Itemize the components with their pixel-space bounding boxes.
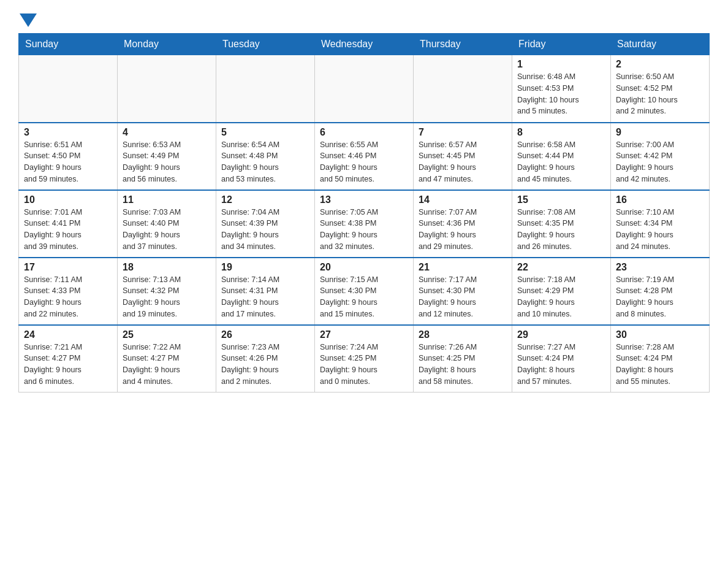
day-number: 11 — [123, 194, 211, 205]
day-info: Sunrise: 7:04 AM Sunset: 4:39 PM Dayligh… — [221, 207, 309, 253]
week-row-2: 3Sunrise: 6:51 AM Sunset: 4:50 PM Daylig… — [19, 123, 710, 190]
calendar-cell: 19Sunrise: 7:14 AM Sunset: 4:31 PM Dayli… — [216, 258, 315, 325]
day-info: Sunrise: 7:26 AM Sunset: 4:25 PM Dayligh… — [419, 342, 507, 388]
day-info: Sunrise: 7:17 AM Sunset: 4:30 PM Dayligh… — [419, 274, 507, 320]
day-info: Sunrise: 7:00 AM Sunset: 4:42 PM Dayligh… — [616, 139, 704, 185]
day-info: Sunrise: 7:07 AM Sunset: 4:36 PM Dayligh… — [419, 207, 507, 253]
day-info: Sunrise: 7:10 AM Sunset: 4:34 PM Dayligh… — [616, 207, 704, 253]
day-number: 5 — [221, 127, 309, 138]
header-tuesday: Tuesday — [216, 34, 315, 55]
day-info: Sunrise: 7:18 AM Sunset: 4:29 PM Dayligh… — [517, 274, 605, 320]
day-number: 18 — [123, 262, 211, 273]
day-number: 1 — [517, 59, 605, 70]
calendar-cell: 12Sunrise: 7:04 AM Sunset: 4:39 PM Dayli… — [216, 190, 315, 258]
calendar-cell — [414, 55, 512, 123]
day-number: 14 — [419, 194, 507, 205]
day-number: 9 — [616, 127, 704, 138]
calendar-cell: 25Sunrise: 7:22 AM Sunset: 4:27 PM Dayli… — [118, 325, 216, 393]
day-number: 15 — [517, 194, 605, 205]
day-info: Sunrise: 7:21 AM Sunset: 4:27 PM Dayligh… — [24, 342, 112, 388]
day-number: 27 — [320, 329, 408, 340]
calendar-cell: 17Sunrise: 7:11 AM Sunset: 4:33 PM Dayli… — [19, 258, 118, 325]
day-info: Sunrise: 6:48 AM Sunset: 4:53 PM Dayligh… — [517, 71, 605, 117]
day-info: Sunrise: 7:13 AM Sunset: 4:32 PM Dayligh… — [123, 274, 211, 320]
header-thursday: Thursday — [414, 34, 512, 55]
day-number: 25 — [123, 329, 211, 340]
day-number: 13 — [320, 194, 408, 205]
day-info: Sunrise: 6:50 AM Sunset: 4:52 PM Dayligh… — [616, 71, 704, 117]
day-number: 21 — [419, 262, 507, 273]
calendar-cell — [19, 55, 118, 123]
day-info: Sunrise: 7:19 AM Sunset: 4:28 PM Dayligh… — [616, 274, 704, 320]
calendar-cell: 8Sunrise: 6:58 AM Sunset: 4:44 PM Daylig… — [512, 123, 611, 190]
calendar-cell: 22Sunrise: 7:18 AM Sunset: 4:29 PM Dayli… — [512, 258, 611, 325]
logo-arrow-icon — [20, 13, 37, 27]
day-info: Sunrise: 7:27 AM Sunset: 4:24 PM Dayligh… — [517, 342, 605, 388]
calendar-cell: 10Sunrise: 7:01 AM Sunset: 4:41 PM Dayli… — [19, 190, 118, 258]
svg-marker-0 — [20, 13, 37, 27]
day-info: Sunrise: 7:24 AM Sunset: 4:25 PM Dayligh… — [320, 342, 408, 388]
day-number: 17 — [24, 262, 112, 273]
calendar-cell: 3Sunrise: 6:51 AM Sunset: 4:50 PM Daylig… — [19, 123, 118, 190]
day-number: 30 — [616, 329, 704, 340]
day-info: Sunrise: 6:58 AM Sunset: 4:44 PM Dayligh… — [517, 139, 605, 185]
week-row-1: 1Sunrise: 6:48 AM Sunset: 4:53 PM Daylig… — [19, 55, 710, 123]
calendar-cell: 16Sunrise: 7:10 AM Sunset: 4:34 PM Dayli… — [611, 190, 710, 258]
day-number: 8 — [517, 127, 605, 138]
calendar-cell: 1Sunrise: 6:48 AM Sunset: 4:53 PM Daylig… — [512, 55, 611, 123]
header-wednesday: Wednesday — [315, 34, 414, 55]
page-header — [18, 12, 710, 27]
day-number: 12 — [221, 194, 309, 205]
day-info: Sunrise: 7:01 AM Sunset: 4:41 PM Dayligh… — [24, 207, 112, 253]
day-number: 24 — [24, 329, 112, 340]
day-number: 3 — [24, 127, 112, 138]
day-number: 29 — [517, 329, 605, 340]
calendar-cell — [315, 55, 414, 123]
day-info: Sunrise: 7:14 AM Sunset: 4:31 PM Dayligh… — [221, 274, 309, 320]
logo — [18, 12, 37, 27]
header-monday: Monday — [118, 34, 216, 55]
week-row-4: 17Sunrise: 7:11 AM Sunset: 4:33 PM Dayli… — [19, 258, 710, 325]
day-number: 16 — [616, 194, 704, 205]
weekday-header-row: SundayMondayTuesdayWednesdayThursdayFrid… — [19, 34, 710, 55]
day-number: 26 — [221, 329, 309, 340]
calendar-cell: 15Sunrise: 7:08 AM Sunset: 4:35 PM Dayli… — [512, 190, 611, 258]
day-number: 19 — [221, 262, 309, 273]
day-number: 28 — [419, 329, 507, 340]
calendar-cell: 23Sunrise: 7:19 AM Sunset: 4:28 PM Dayli… — [611, 258, 710, 325]
day-info: Sunrise: 6:55 AM Sunset: 4:46 PM Dayligh… — [320, 139, 408, 185]
calendar-cell: 30Sunrise: 7:28 AM Sunset: 4:24 PM Dayli… — [611, 325, 710, 393]
day-number: 2 — [616, 59, 704, 70]
day-info: Sunrise: 7:15 AM Sunset: 4:30 PM Dayligh… — [320, 274, 408, 320]
calendar-cell: 24Sunrise: 7:21 AM Sunset: 4:27 PM Dayli… — [19, 325, 118, 393]
day-info: Sunrise: 7:03 AM Sunset: 4:40 PM Dayligh… — [123, 207, 211, 253]
day-info: Sunrise: 6:53 AM Sunset: 4:49 PM Dayligh… — [123, 139, 211, 185]
day-number: 4 — [123, 127, 211, 138]
day-number: 23 — [616, 262, 704, 273]
calendar-cell: 28Sunrise: 7:26 AM Sunset: 4:25 PM Dayli… — [414, 325, 512, 393]
header-friday: Friday — [512, 34, 611, 55]
calendar-table: SundayMondayTuesdayWednesdayThursdayFrid… — [18, 33, 710, 393]
calendar-cell: 29Sunrise: 7:27 AM Sunset: 4:24 PM Dayli… — [512, 325, 611, 393]
header-saturday: Saturday — [611, 34, 710, 55]
calendar-cell: 4Sunrise: 6:53 AM Sunset: 4:49 PM Daylig… — [118, 123, 216, 190]
calendar-cell: 26Sunrise: 7:23 AM Sunset: 4:26 PM Dayli… — [216, 325, 315, 393]
calendar-cell — [216, 55, 315, 123]
day-info: Sunrise: 6:57 AM Sunset: 4:45 PM Dayligh… — [419, 139, 507, 185]
header-sunday: Sunday — [19, 34, 118, 55]
calendar-cell: 11Sunrise: 7:03 AM Sunset: 4:40 PM Dayli… — [118, 190, 216, 258]
day-info: Sunrise: 7:22 AM Sunset: 4:27 PM Dayligh… — [123, 342, 211, 388]
day-info: Sunrise: 6:51 AM Sunset: 4:50 PM Dayligh… — [24, 139, 112, 185]
calendar-cell: 14Sunrise: 7:07 AM Sunset: 4:36 PM Dayli… — [414, 190, 512, 258]
calendar-cell: 9Sunrise: 7:00 AM Sunset: 4:42 PM Daylig… — [611, 123, 710, 190]
day-info: Sunrise: 7:11 AM Sunset: 4:33 PM Dayligh… — [24, 274, 112, 320]
day-number: 7 — [419, 127, 507, 138]
day-number: 20 — [320, 262, 408, 273]
day-number: 6 — [320, 127, 408, 138]
calendar-cell: 18Sunrise: 7:13 AM Sunset: 4:32 PM Dayli… — [118, 258, 216, 325]
day-number: 10 — [24, 194, 112, 205]
calendar-cell: 21Sunrise: 7:17 AM Sunset: 4:30 PM Dayli… — [414, 258, 512, 325]
calendar-cell: 5Sunrise: 6:54 AM Sunset: 4:48 PM Daylig… — [216, 123, 315, 190]
day-info: Sunrise: 7:23 AM Sunset: 4:26 PM Dayligh… — [221, 342, 309, 388]
calendar-cell: 27Sunrise: 7:24 AM Sunset: 4:25 PM Dayli… — [315, 325, 414, 393]
